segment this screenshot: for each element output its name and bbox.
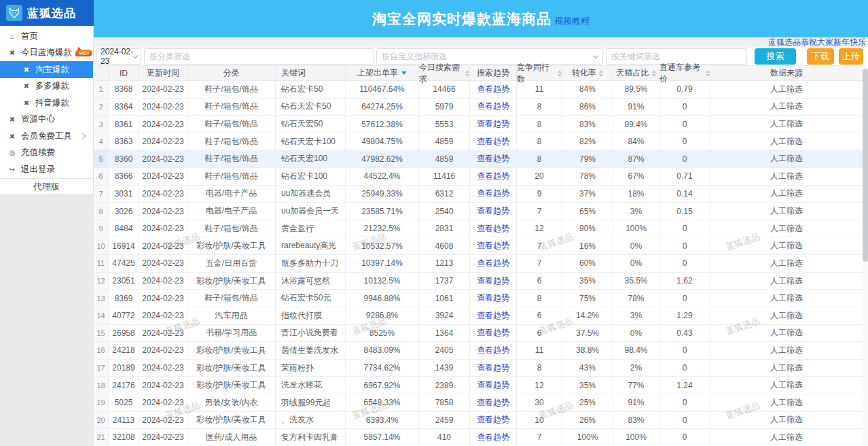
sidebar-item[interactable]: ✖今日蓝海爆款HOT: [0, 45, 93, 62]
cell-conversion: 83%: [562, 116, 613, 133]
close-icon: ✖: [8, 133, 16, 140]
cell-category: 彩妆/护肤/美妆工具: [187, 377, 276, 394]
view-trend-link[interactable]: 查看趋势: [477, 153, 509, 165]
column-header[interactable]: 今日搜索需求: [419, 66, 470, 80]
sidebar-item[interactable]: ◎充值续费: [0, 145, 93, 162]
table-row[interactable]: 14407722024-02-23汽车用品指纹代打膜9286.8%3924查看趋…: [94, 307, 863, 325]
agent-version-link[interactable]: 代理版: [0, 178, 94, 195]
view-trend-link[interactable]: 查看趋势: [477, 84, 509, 95]
sidebar-item[interactable]: ↪退出登录: [0, 161, 93, 178]
sort-desc-icon[interactable]: [401, 71, 407, 75]
cell-conversion: 60%: [562, 255, 613, 272]
table-row[interactable]: 583602024-02-23鞋子/箱包/饰品钻石天宏10047982.62%4…: [94, 150, 863, 168]
video-tutorial-link[interactable]: 视频教程: [554, 15, 590, 27]
table-row[interactable]: 18241762024-02-23彩妆/护肤/美妆工具洗发水蜂花6967.92%…: [94, 377, 863, 394]
upload-button[interactable]: 上传: [839, 48, 863, 65]
sort-icon[interactable]: [558, 70, 562, 77]
view-trend-link[interactable]: 查看趋势: [477, 136, 509, 148]
view-trend-link[interactable]: 查看趋势: [477, 432, 509, 443]
cell-demand: 11416: [419, 168, 470, 185]
view-trend-link[interactable]: 查看趋势: [477, 171, 509, 182]
view-trend-link[interactable]: 查看趋势: [477, 414, 509, 426]
column-header-label: 关键词: [281, 67, 306, 79]
cell-id: 8484: [109, 220, 139, 237]
cell-demand: 4859: [419, 150, 470, 167]
table-row[interactable]: 10169142024-02-23彩妆/护肤/美妆工具rarebeauty高光1…: [94, 237, 863, 255]
column-header[interactable]: 竞争同行数: [517, 66, 562, 80]
table-row[interactable]: 1950252024-02-23男装/女装/内衣羽绒服99元起6548.33%7…: [94, 394, 863, 412]
view-trend-link[interactable]: 查看趋势: [477, 101, 509, 112]
table-row[interactable]: 730312024-02-23电器/电子产品uu加器速会员25949.33%63…: [94, 186, 863, 203]
cell-trend: 查看趋势: [470, 237, 517, 254]
view-trend-link[interactable]: 查看趋势: [477, 310, 509, 322]
cell-category: 书籍/学习用品: [187, 325, 276, 342]
view-trend-link[interactable]: 查看趋势: [477, 345, 509, 356]
view-trend-link[interactable]: 查看趋势: [477, 327, 509, 339]
cell-category: 医药/成人用品: [187, 429, 276, 446]
table-row[interactable]: 283642024-02-23鞋子/箱包/饰品钻石天宏卡5064274.25%5…: [94, 99, 863, 116]
view-trend-link[interactable]: 查看趋势: [477, 379, 509, 391]
view-trend-link[interactable]: 查看趋势: [477, 397, 509, 409]
cell-id: 8368: [109, 81, 139, 98]
main-area: 淘宝全网实时爆款蓝海商品 视频教程 蓝狐选品恭祝大家新年快乐 2024-02-2…: [94, 0, 868, 446]
table-row[interactable]: 21321082024-02-23医药/成人用品复方利卡因乳膏5857.14%4…: [94, 429, 863, 446]
table-row[interactable]: 15269582024-02-23书籍/学习用品晋江小说免费看8525%1364…: [94, 325, 863, 343]
date-select[interactable]: 2024-02-23: [96, 48, 141, 65]
cell-competitors: 7: [517, 429, 562, 446]
view-trend-link[interactable]: 查看趋势: [477, 188, 509, 199]
sidebar-item[interactable]: ✖会员免费工具: [0, 128, 93, 145]
sort-icon[interactable]: [706, 70, 710, 77]
view-trend-link[interactable]: 查看趋势: [477, 258, 509, 269]
page-title: 淘宝全网实时爆款蓝海商品: [372, 10, 551, 29]
column-header: ID: [109, 66, 139, 80]
view-trend-link[interactable]: 查看趋势: [477, 223, 509, 235]
cell-category: 彩妆/护肤/美妆工具: [187, 273, 276, 290]
view-trend-link[interactable]: 查看趋势: [477, 362, 509, 374]
table-row[interactable]: 1383692024-02-23鞋子/箱包/饰品钻石宏卡50元9946.88%1…: [94, 290, 863, 307]
sidebar-item[interactable]: ✖资源中心: [0, 112, 93, 128]
cell-category: 电器/电子产品: [187, 186, 276, 203]
table-row[interactable]: 20241132024-02-23彩妆/护肤/美妆工具、洗发水6393.4%24…: [94, 412, 863, 430]
cell-source: 人工筛选: [710, 203, 863, 220]
cell-id: 24218: [109, 342, 139, 359]
view-trend-link[interactable]: 查看趋势: [477, 205, 509, 217]
category-filter-input[interactable]: [144, 48, 374, 65]
column-header[interactable]: 转化率: [562, 66, 613, 80]
cell-demand: 2831: [419, 220, 470, 237]
sidebar-item[interactable]: ✖抖音爆款: [0, 95, 93, 112]
column-header[interactable]: 天猫占比: [613, 66, 659, 80]
table-row[interactable]: 183682024-02-23鞋子/箱包/饰品钻石宏卡50110467.64%1…: [94, 81, 863, 99]
cell-rate: 47982.62%: [346, 150, 419, 167]
cell-keyword: 钻石宏卡50: [276, 81, 346, 98]
sort-icon[interactable]: [599, 70, 603, 77]
table-row[interactable]: 16242182024-02-23彩妆/护肤/美妆工具茵倩生姜洗发水8483.0…: [94, 342, 863, 360]
table-row[interactable]: 11474252024-02-23五金/日用百货瓶多多助力十刀10397.14%…: [94, 255, 863, 273]
scrollbar-thumb[interactable]: [863, 69, 868, 262]
view-trend-link[interactable]: 查看趋势: [477, 275, 509, 287]
table-row[interactable]: 830262024-02-23电器/电子产品uu加器会员一天23585.71%2…: [94, 203, 863, 220]
view-trend-link[interactable]: 查看趋势: [477, 292, 509, 304]
table-row[interactable]: 383612024-02-23鞋子/箱包/饰品钻石天宏5057612.38%55…: [94, 116, 863, 133]
sidebar-item[interactable]: ✖淘宝爆款: [0, 61, 93, 78]
download-button[interactable]: 下载: [807, 48, 834, 65]
view-trend-link[interactable]: 查看趋势: [477, 118, 509, 130]
table-row[interactable]: 984842024-02-23鞋子/箱包/饰品黄金盈行21232.5%2831查…: [94, 220, 863, 238]
cell-keyword: 复方利卡因乳膏: [276, 429, 346, 446]
sort-icon[interactable]: [465, 70, 469, 77]
cell-trend: 查看趋势: [470, 394, 517, 411]
column-header[interactable]: 直通车参考价: [659, 66, 710, 80]
view-trend-link[interactable]: 查看趋势: [477, 240, 509, 252]
table-row[interactable]: 12230512024-02-23彩妆/护肤/美妆工具沐浴露可悠然10132.5…: [94, 273, 863, 290]
sidebar-item[interactable]: ✖多多爆款: [0, 78, 93, 95]
table-row[interactable]: 483632024-02-23鞋子/箱包/饰品钻石天宏卡10049804.75%…: [94, 133, 863, 151]
indicator-filter-select[interactable]: 按自定义指标筛选: [376, 48, 603, 65]
products-table: ID更新时间分类关键词上架出单率今日搜索需求搜索趋势竞争同行数转化率天猫占比直通…: [94, 65, 863, 446]
search-button[interactable]: 搜索: [755, 48, 796, 65]
vertical-scrollbar[interactable]: [863, 65, 868, 446]
cell-demand: 5553: [419, 116, 470, 133]
table-row[interactable]: 17201892024-02-23彩妆/护肤/美妆工具茉雨粉扑7734.62%1…: [94, 360, 863, 377]
column-header[interactable]: 上架出单率: [346, 66, 419, 80]
table-row[interactable]: 683662024-02-23鞋子/箱包/饰品钻石宏卡10044522.4%11…: [94, 168, 863, 186]
sidebar-item[interactable]: ⌂首页: [0, 28, 93, 45]
sort-icon[interactable]: [652, 70, 656, 77]
